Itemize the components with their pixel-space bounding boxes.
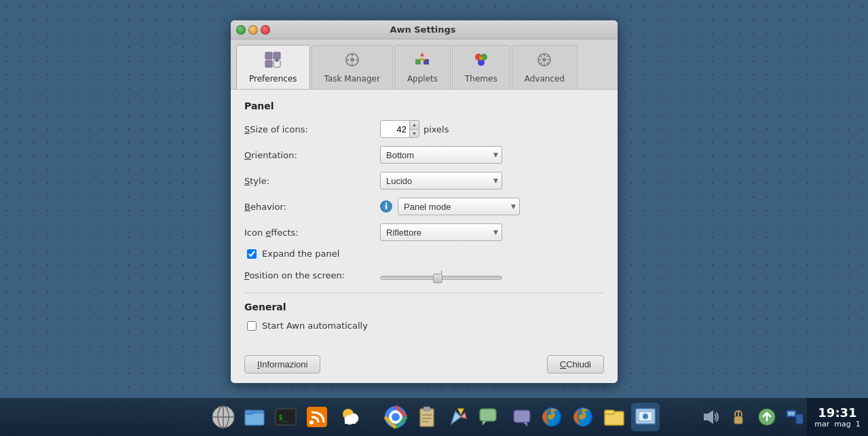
general-section-title: General: [244, 302, 604, 312]
taskbar-icon-weather[interactable]: [334, 403, 362, 431]
task-manager-icon: [343, 51, 361, 71]
svg-line-24: [540, 56, 542, 58]
taskbar-icon-firefox2[interactable]: [569, 403, 597, 431]
chiudi-button[interactable]: CChiudi: [547, 355, 604, 374]
svg-rect-71: [796, 414, 803, 424]
tab-preferences-label: Preferences: [249, 74, 297, 84]
clock-time: 19:31: [818, 405, 856, 420]
preferences-icon: [264, 51, 282, 71]
tab-themes[interactable]: Themes: [452, 45, 510, 89]
svg-line-26: [547, 56, 549, 58]
svg-rect-52: [480, 409, 496, 421]
svg-rect-59: [605, 410, 614, 414]
tray-network-icon[interactable]: [727, 405, 751, 429]
icon-effects-row: Icon effects: Riflettore Simple None Spo…: [244, 223, 604, 242]
start-automatically-checkbox[interactable]: [247, 321, 257, 331]
titlebar: Awn Settings: [231, 20, 618, 39]
taskbar-icon-screenshot[interactable]: [631, 403, 660, 431]
svg-point-38: [309, 420, 314, 424]
svg-rect-33: [245, 413, 264, 425]
behavior-row: Behavior: i Panel mode Dock mode Float m…: [244, 197, 604, 216]
taskbar-icon-chat2[interactable]: [506, 403, 535, 431]
themes-icon: [472, 51, 490, 71]
window-controls: [236, 25, 270, 35]
position-slider[interactable]: [380, 276, 502, 280]
svg-rect-47: [423, 407, 430, 411]
style-dropdown[interactable]: Lucido Flat 3D Edgy: [380, 172, 502, 189]
svg-rect-0: [265, 52, 272, 59]
expand-panel-row: Expand the panel: [244, 249, 604, 259]
section-separator: [244, 293, 604, 293]
system-tray: [698, 398, 807, 436]
maximize-button[interactable]: [236, 25, 246, 35]
svg-marker-64: [708, 410, 713, 424]
tray-updates-icon[interactable]: [755, 405, 779, 429]
taskbar-icon-epiphany[interactable]: [209, 403, 238, 431]
start-automatically-label: Start Awn automatically: [262, 321, 368, 331]
tab-themes-label: Themes: [465, 74, 497, 84]
svg-rect-42: [345, 418, 356, 424]
svg-rect-34: [245, 410, 253, 414]
svg-marker-51: [458, 409, 464, 414]
taskbar-icon-firefox1[interactable]: [537, 403, 566, 431]
orientation-row: Orientation: Bottom Top Left Right: [244, 145, 604, 164]
clock-date: mar mag 1: [814, 420, 860, 429]
taskbar-icon-chat1[interactable]: [475, 403, 504, 431]
icon-effects-dropdown[interactable]: Riflettore Simple None Spotlight Zoom: [380, 223, 502, 241]
position-label: Position on the screen:: [244, 270, 380, 280]
svg-rect-46: [420, 409, 434, 426]
svg-point-45: [392, 413, 400, 421]
style-row: Style: Lucido Flat 3D Edgy: [244, 171, 604, 190]
bottom-bar: IInformazioni CChiudi: [231, 348, 618, 383]
spin-up[interactable]: ▲: [410, 121, 419, 130]
taskbar-icon-drawing[interactable]: [444, 403, 472, 431]
svg-rect-1: [273, 52, 280, 59]
style-dropdown-wrapper: Lucido Flat 3D Edgy: [380, 172, 502, 189]
tab-task-manager[interactable]: Task Manager: [312, 45, 393, 89]
orientation-dropdown-wrapper: Bottom Top Left Right: [380, 146, 502, 164]
behavior-dropdown[interactable]: Panel mode Dock mode Float mode: [398, 198, 520, 215]
taskbar-icon-folder[interactable]: [600, 403, 628, 431]
slider-thumb[interactable]: [433, 274, 442, 283]
size-input[interactable]: 42: [380, 120, 410, 138]
close-button[interactable]: [261, 25, 270, 35]
tab-advanced[interactable]: Advanced: [512, 45, 578, 89]
behavior-label: Behavior:: [244, 202, 380, 212]
behavior-info-icon[interactable]: i: [380, 200, 392, 213]
tab-applets[interactable]: Applets: [394, 45, 451, 89]
svg-line-25: [547, 62, 549, 65]
svg-rect-63: [704, 414, 708, 420]
advanced-icon: [535, 51, 553, 71]
icon-effects-dropdown-wrapper: Riflettore Simple None Spotlight Zoom: [380, 223, 502, 241]
taskbar-icon-files[interactable]: [240, 403, 269, 431]
minimize-button[interactable]: [248, 25, 258, 35]
tab-advanced-label: Advanced: [525, 74, 565, 84]
svg-rect-54: [514, 410, 530, 422]
expand-panel-checkbox[interactable]: [247, 249, 257, 259]
svg-rect-2: [265, 60, 272, 67]
taskbar-icon-rss[interactable]: [303, 403, 331, 431]
expand-panel-label: Expand the panel: [262, 249, 339, 259]
svg-text:$_: $_: [278, 413, 288, 422]
clock[interactable]: 19:31 mar mag 1: [807, 398, 868, 436]
orientation-dropdown[interactable]: Bottom Top Left Right: [380, 146, 502, 164]
svg-marker-55: [523, 422, 527, 426]
window-title: Awn Settings: [270, 24, 575, 35]
taskbar-icon-chrome[interactable]: [381, 403, 410, 431]
position-row: Position on the screen:: [244, 266, 604, 285]
taskbar-icon-clipboard[interactable]: [413, 403, 441, 431]
tab-bar: Preferences Task Manager: [231, 39, 618, 90]
taskbar-icon-terminal[interactable]: $_: [271, 403, 300, 431]
tab-preferences[interactable]: Preferences: [236, 45, 310, 89]
size-of-icons-row: SSize of icons: 42 ▲ ▼ pixels: [244, 120, 604, 139]
tab-task-manager-label: Task Manager: [324, 74, 380, 84]
svg-rect-72: [788, 412, 795, 416]
behavior-dropdown-wrapper: Panel mode Dock mode Float mode: [398, 198, 520, 215]
tray-display-icon[interactable]: [783, 405, 808, 429]
informazioni-button[interactable]: IInformazioni: [244, 355, 320, 374]
orientation-label: Orientation:: [244, 150, 380, 160]
spin-down[interactable]: ▼: [410, 130, 419, 138]
svg-point-62: [643, 414, 648, 419]
tray-audio-icon[interactable]: [698, 405, 723, 429]
start-automatically-row: Start Awn automatically: [244, 321, 604, 331]
